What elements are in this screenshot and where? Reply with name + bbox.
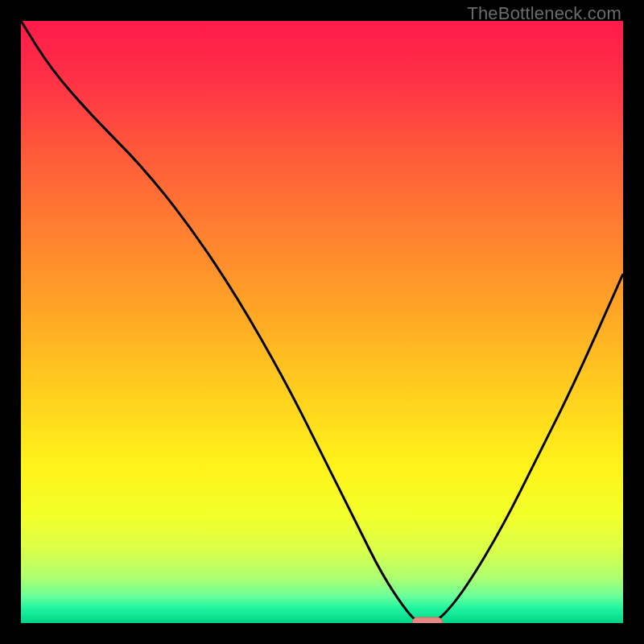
curve-layer (21, 21, 623, 623)
optimum-marker (412, 617, 442, 623)
chart-frame: TheBottleneck.com (0, 0, 644, 644)
bottleneck-curve (21, 21, 623, 623)
plot-area (21, 21, 623, 623)
